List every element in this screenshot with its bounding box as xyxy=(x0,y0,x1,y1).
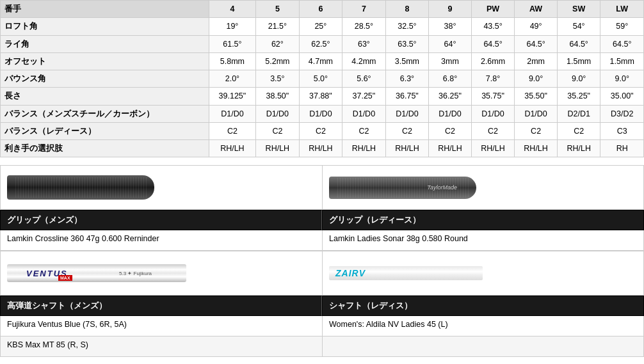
cell-value: D1/D0 xyxy=(429,105,472,122)
cell-value: 21.5° xyxy=(256,18,300,35)
cell-value: 64.5° xyxy=(600,35,644,52)
cell-value: 25° xyxy=(299,18,342,35)
grip-ladies-image: TaylorMade xyxy=(329,177,476,199)
shaft-content-row2: KBS Max MT 85 (R, S) xyxy=(0,336,644,357)
cell-value: 5.0° xyxy=(299,70,342,88)
cell-value: 37.88" xyxy=(299,88,342,105)
cell-value: RH/LH xyxy=(471,140,515,157)
shaft-ladies-content1: Women's: Aldila NV Ladies 45 (L) xyxy=(322,316,644,336)
table-row: 長さ39.125"38.50"37.88"37.25"36.75"36.25"3… xyxy=(1,88,644,105)
column-header: 5 xyxy=(256,1,300,18)
cell-value: 35.00" xyxy=(600,88,644,105)
shaft-mens-content1: Fujikura Ventus Blue (7S, 6R, 5A) xyxy=(0,316,322,336)
table-row: バランス（メンズスチール／カーボン）D1/D0D1/D0D1/D0D1/D0D1… xyxy=(1,105,644,122)
cell-value: C2 xyxy=(471,122,515,139)
row-label: 長さ xyxy=(1,88,209,105)
column-header: 9 xyxy=(429,1,472,18)
cell-value: 5.2mm xyxy=(256,52,300,70)
cell-value: 36.25" xyxy=(429,88,472,105)
cell-value: 64.5° xyxy=(515,35,558,52)
cell-value: 61.5° xyxy=(209,35,255,52)
cell-value: 64° xyxy=(429,35,472,52)
cell-value: 38.50" xyxy=(256,88,300,105)
cell-value: 62.5° xyxy=(299,35,342,52)
cell-value: 9.0° xyxy=(600,70,644,88)
grip-images-row: TaylorMade xyxy=(0,165,644,210)
specs-table: 番手456789PWAWSWLW ロフト角19°21.5°25°28.5°32.… xyxy=(0,0,644,157)
shaft-content-row1: Fujikura Ventus Blue (7S, 6R, 5A) Women'… xyxy=(0,316,644,336)
cell-value: 19° xyxy=(209,18,255,35)
row-label: ロフト角 xyxy=(1,18,209,35)
cell-value: 38° xyxy=(429,18,472,35)
shaft-ladies-image-cell: ZAIRV xyxy=(322,251,644,296)
row-label: バウンス角 xyxy=(1,70,209,88)
grip-mens-image-cell xyxy=(0,165,322,210)
cell-value: 1.5mm xyxy=(557,52,600,70)
table-row: ライ角61.5°62°62.5°63°63.5°64°64.5°64.5°64.… xyxy=(1,35,644,52)
cell-value: 63° xyxy=(342,35,386,52)
row-label: バランス（メンズスチール／カーボン） xyxy=(1,105,209,122)
table-row: オフセット5.8mm5.2mm4.7mm4.2mm3.5mm3mm2.6mm2m… xyxy=(1,52,644,70)
cell-value: 32.5° xyxy=(385,18,429,35)
cell-value: C2 xyxy=(342,122,386,139)
shaft-ladies-content2 xyxy=(322,336,644,357)
cell-value: 5.6° xyxy=(342,70,386,88)
cell-value: 59° xyxy=(600,18,644,35)
column-header: PW xyxy=(471,1,515,18)
cell-value: 2mm xyxy=(515,52,558,70)
column-header: 番手 xyxy=(1,1,209,18)
grip-ladies-header: グリップ（レディース） xyxy=(322,210,644,230)
cell-value: C2 xyxy=(256,122,300,139)
cell-value: 9.0° xyxy=(515,70,558,88)
shaft-images-row: VENTUS 5.3 ✦ Fujikura MAX ZAIRV xyxy=(0,251,644,296)
cell-value: 4.2mm xyxy=(342,52,386,70)
shaft-mens-image: VENTUS 5.3 ✦ Fujikura MAX xyxy=(7,264,186,282)
cell-value: RH/LH xyxy=(429,140,472,157)
grip-ladies-content: Lamkin Ladies Sonar 38g 0.580 Round xyxy=(322,230,644,251)
cell-value: C2 xyxy=(209,122,255,139)
cell-value: 1.5mm xyxy=(600,52,644,70)
grip-mens-image xyxy=(7,175,154,200)
column-header: 8 xyxy=(385,1,429,18)
shaft-ladies-image: ZAIRV xyxy=(329,266,483,280)
cell-value: 7.8° xyxy=(471,70,515,88)
cell-value: 2.6mm xyxy=(471,52,515,70)
shaft-ladies-header: シャフト（レディス） xyxy=(322,296,644,316)
cell-value: RH/LH xyxy=(557,140,600,157)
table-row: バランス（レディース）C2C2C2C2C2C2C2C2C2C3 xyxy=(1,122,644,139)
cell-value: RH xyxy=(600,140,644,157)
cell-value: RH/LH xyxy=(515,140,558,157)
shaft-mens-header: 高弾道シャフト（メンズ） xyxy=(0,296,322,316)
cell-value: 37.25" xyxy=(342,88,386,105)
cell-value: 54° xyxy=(557,18,600,35)
grip-section-headers: グリップ（メンズ） グリップ（レディース） xyxy=(0,210,644,230)
cell-value: 35.25" xyxy=(557,88,600,105)
column-header: LW xyxy=(600,1,644,18)
cell-value: 6.8° xyxy=(429,70,472,88)
cell-value: D1/D0 xyxy=(299,105,342,122)
cell-value: 6.3° xyxy=(385,70,429,88)
cell-value: D3/D2 xyxy=(600,105,644,122)
grip-mens-content: Lamkin Crossline 360 47g 0.600 Rerninder xyxy=(0,230,322,251)
cell-value: D1/D0 xyxy=(515,105,558,122)
cell-value: RH/LH xyxy=(256,140,300,157)
cell-value: 43.5° xyxy=(471,18,515,35)
table-row: 利き手の選択肢RH/LHRH/LHRH/LHRH/LHRH/LHRH/LHRH/… xyxy=(1,140,644,157)
cell-value: 39.125" xyxy=(209,88,255,105)
cell-value: 35.75" xyxy=(471,88,515,105)
column-header: 7 xyxy=(342,1,386,18)
cell-value: D1/D0 xyxy=(209,105,255,122)
row-label: バランス（レディース） xyxy=(1,122,209,139)
shaft-mens-badge: MAX xyxy=(58,275,72,281)
shaft-ladies-label: ZAIRV xyxy=(335,268,366,278)
grip-ladies-image-cell: TaylorMade xyxy=(322,165,644,210)
row-label: 利き手の選択肢 xyxy=(1,140,209,157)
shaft-mens-image-cell: VENTUS 5.3 ✦ Fujikura MAX xyxy=(0,251,322,296)
table-row: ロフト角19°21.5°25°28.5°32.5°38°43.5°49°54°5… xyxy=(1,18,644,35)
shaft-section-headers: 高弾道シャフト（メンズ） シャフト（レディス） xyxy=(0,296,644,316)
cell-value: 3mm xyxy=(429,52,472,70)
cell-value: 62° xyxy=(256,35,300,52)
cell-value: 36.75" xyxy=(385,88,429,105)
cell-value: C2 xyxy=(429,122,472,139)
cell-value: 3.5° xyxy=(256,70,300,88)
